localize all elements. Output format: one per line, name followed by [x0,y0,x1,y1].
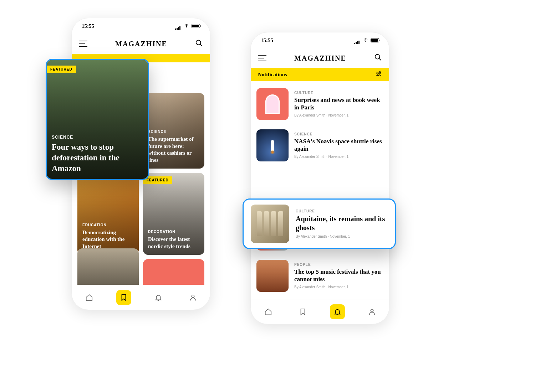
filter-icon[interactable] [376,71,382,78]
status-icons [354,38,379,42]
section-header: Notifications [251,68,389,81]
search-icon[interactable] [195,39,203,48]
battery-icon [371,38,379,42]
svg-point-12 [379,75,380,76]
svg-line-2 [200,44,202,46]
item-category: CULTURE [294,91,383,95]
notification-thumb [251,205,289,243]
app-header: MAGAZHINE [251,48,389,68]
menu-icon[interactable] [258,55,266,61]
app-header: MAGAZHINE [72,34,210,54]
item-category: CULTURE [296,209,388,213]
status-time: 15:55 [261,37,273,43]
item-title: Surprises and news at book week in Paris [294,96,383,112]
status-icons [175,24,200,28]
item-category: PEOPLE [294,263,383,267]
item-title: Aquitaine, its remains and its ghosts [296,215,388,232]
notification-thumb [256,260,289,292]
statusbar: 15:55 [251,32,389,48]
highlighted-notification-item[interactable]: CULTURE Aquitaine, its remains and its g… [243,198,396,249]
wifi-icon [184,24,189,28]
content-area: CULTURE Surprises and news at book week … [251,81,389,299]
article-title: The supermarket of future are here: with… [148,136,199,164]
item-meta: By Alexander Smith · November, 1 [294,155,383,159]
svg-point-1 [196,40,201,45]
notification-item[interactable]: SCIENCE NASA's Noavis space shuttle rise… [256,126,383,165]
app-logo: MAGAZHINE [115,40,167,48]
article-category: DECORATION [148,230,199,234]
article-card[interactable] [77,248,139,285]
item-meta: By Alexander Smith · November, 1 [296,234,388,238]
item-title: The top 5 music festivals that you canno… [294,268,383,283]
svg-line-6 [379,58,381,61]
svg-point-10 [377,73,378,74]
tab-notifications[interactable] [151,290,166,305]
notification-item[interactable]: PEOPLE The top 5 music festivals that yo… [256,256,383,295]
svg-point-3 [192,295,194,297]
statusbar: 15:55 [72,18,210,34]
phone-notifications: 15:55 MAGAZHINE Notifications CULTURE Su… [250,32,389,324]
cellular-icon [354,38,361,42]
svg-point-0 [186,27,187,28]
tab-profile[interactable] [365,304,379,319]
article-card[interactable] [143,259,204,285]
article-title: Democratizing education with the Interne… [82,229,134,250]
article-category: EDUCATION [82,223,134,227]
article-title: Four ways to stop deforestation in the A… [52,142,143,174]
tab-notifications[interactable] [330,304,345,319]
tab-bookmarks[interactable] [116,290,131,305]
cellular-icon [175,24,182,28]
article-card[interactable]: SCIENCE The supermarket of future are he… [143,93,204,169]
tab-home[interactable] [82,290,97,305]
svg-point-13 [371,309,373,311]
article-category: SCIENCE [52,135,143,140]
highlighted-article-card[interactable]: FEATURED SCIENCE Four ways to stop defor… [46,59,149,180]
tab-bar [72,285,210,310]
search-icon[interactable] [374,53,382,63]
tab-bookmarks[interactable] [295,304,310,319]
app-logo: MAGAZHINE [294,54,346,62]
notification-thumb [256,88,289,120]
item-category: SCIENCE [294,132,383,136]
notification-thumb [256,129,289,161]
svg-point-8 [379,72,381,73]
menu-icon[interactable] [79,41,87,47]
wifi-icon [363,38,368,42]
tab-bar [251,299,389,324]
tab-profile[interactable] [185,290,200,305]
notification-item[interactable]: CULTURE Surprises and news at book week … [256,84,383,124]
svg-point-5 [375,55,380,59]
notification-list: CULTURE Surprises and news at book week … [251,81,389,299]
item-meta: By Alexander Smith · November, 1 [294,113,383,117]
article-card[interactable]: FEATURED DECORATION Discover the latest … [143,173,204,255]
section-title: Notifications [258,72,287,78]
svg-point-4 [365,41,366,42]
tab-home[interactable] [261,304,276,319]
item-meta: By Alexander Smith · November, 1 [294,285,383,289]
battery-icon [192,24,200,28]
status-time: 15:55 [82,23,94,29]
item-title: NASA's Noavis space shuttle rises again [294,138,383,153]
article-card[interactable]: EDUCATION Democratizing education with t… [77,173,139,255]
article-category: SCIENCE [148,130,199,134]
article-title: Discover the latest nordic style trends [148,236,199,250]
featured-badge: FEATURED [47,66,76,73]
